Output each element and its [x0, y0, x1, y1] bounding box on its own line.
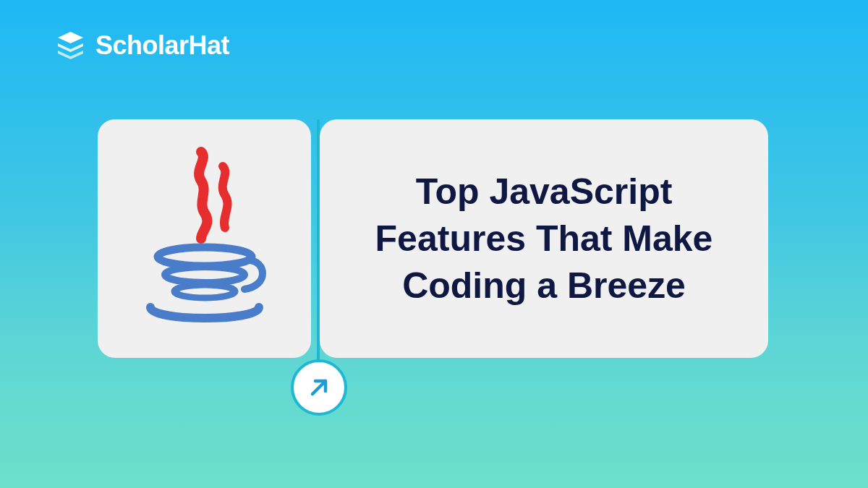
title-card: Top JavaScript Features That Make Coding… [320, 119, 768, 358]
arrow-badge [291, 359, 347, 416]
java-logo-icon [132, 145, 277, 333]
page-title: Top JavaScript Features That Make Coding… [356, 168, 732, 309]
layers-icon [54, 29, 87, 61]
svg-point-2 [174, 285, 235, 298]
brand-name: ScholarHat [95, 30, 229, 61]
arrow-up-right-icon [305, 374, 333, 401]
svg-point-1 [165, 267, 244, 283]
image-card [98, 119, 311, 358]
brand-logo: ScholarHat [54, 29, 229, 61]
content-container: Top JavaScript Features That Make Coding… [98, 119, 768, 358]
